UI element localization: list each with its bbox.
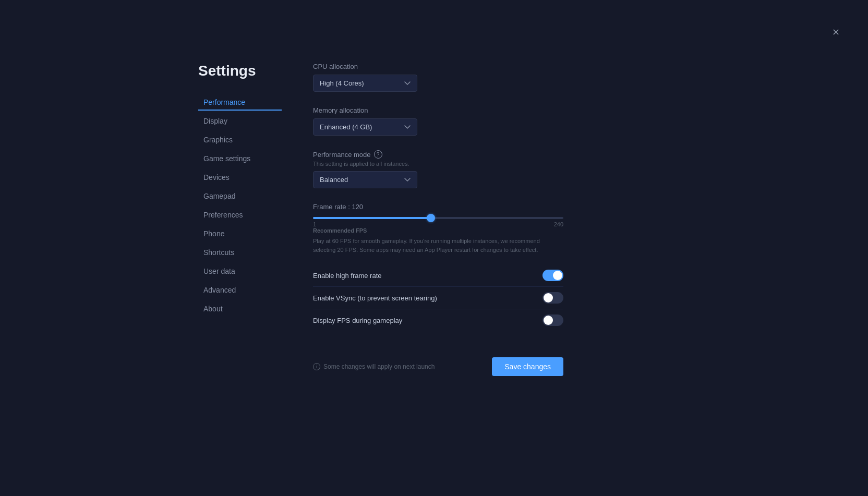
performance-mode-dropdown[interactable]: Power savingBalancedHigh performance — [313, 171, 417, 188]
frame-rate-section: Frame rate : 120 1 240 Recommended FPS P… — [313, 203, 563, 254]
sidebar-item-game-settings[interactable]: Game settings — [198, 150, 282, 167]
performance-mode-label-row: Performance mode ? — [313, 150, 563, 159]
performance-mode-hint: This setting is applied to all instances… — [313, 161, 563, 167]
toggles-container: Enable high frame rateEnable VSync (to p… — [313, 264, 563, 331]
toggle-switch-high-frame-rate[interactable] — [542, 270, 563, 281]
toggle-switch-display-fps[interactable] — [542, 314, 563, 326]
page-title: Settings — [198, 63, 282, 79]
sidebar-item-phone[interactable]: Phone — [198, 225, 282, 242]
toggle-switch-vsync[interactable] — [542, 292, 563, 304]
cpu-allocation-section: CPU allocation Low (1 Core)Medium (2 Cor… — [313, 63, 563, 92]
performance-mode-help-icon[interactable]: ? — [374, 150, 382, 159]
sidebar-item-shortcuts[interactable]: Shortcuts — [198, 244, 282, 261]
toggle-knob-high-frame-rate — [553, 271, 562, 280]
memory-allocation-dropdown[interactable]: Low (1 GB)Medium (2 GB)Enhanced (4 GB)Hi… — [313, 118, 417, 136]
cpu-allocation-label: CPU allocation — [313, 63, 563, 70]
frame-rate-slider-container — [313, 217, 563, 219]
toggle-row-high-frame-rate: Enable high frame rate — [313, 264, 563, 287]
toggle-knob-display-fps — [544, 316, 553, 325]
sidebar: PerformanceDisplayGraphicsGame settingsD… — [198, 94, 282, 317]
sidebar-item-display[interactable]: Display — [198, 113, 282, 129]
recommended-fps-label: Recommended FPS — [313, 227, 563, 234]
info-icon: i — [313, 363, 320, 370]
sidebar-item-graphics[interactable]: Graphics — [198, 131, 282, 148]
toggle-row-display-fps: Display FPS during gameplay — [313, 309, 563, 331]
toggle-label-vsync: Enable VSync (to prevent screen tearing) — [313, 294, 437, 302]
save-changes-button[interactable]: Save changes — [492, 357, 563, 376]
sidebar-item-performance[interactable]: Performance — [198, 94, 282, 111]
toggle-label-display-fps: Display FPS during gameplay — [313, 317, 402, 324]
performance-mode-label-text: Performance mode — [313, 151, 371, 159]
sidebar-item-preferences[interactable]: Preferences — [198, 207, 282, 223]
sidebar-item-gamepad[interactable]: Gamepad — [198, 188, 282, 204]
toggle-label-high-frame-rate: Enable high frame rate — [313, 272, 382, 280]
fps-description: Play at 60 FPS for smooth gameplay. If y… — [313, 237, 563, 254]
footer-note-text: Some changes will apply on next launch — [323, 363, 435, 370]
sidebar-item-user-data[interactable]: User data — [198, 263, 282, 280]
toggle-knob-vsync — [544, 293, 553, 303]
memory-allocation-label: Memory allocation — [313, 106, 563, 114]
performance-mode-section: Performance mode ? This setting is appli… — [313, 150, 563, 188]
sidebar-item-devices[interactable]: Devices — [198, 169, 282, 186]
footer: i Some changes will apply on next launch… — [313, 347, 563, 376]
cpu-allocation-dropdown[interactable]: Low (1 Core)Medium (2 Cores)High (4 Core… — [313, 75, 417, 92]
footer-note: i Some changes will apply on next launch — [313, 363, 435, 370]
frame-rate-label: Frame rate : 120 — [313, 203, 563, 211]
memory-allocation-section: Memory allocation Low (1 GB)Medium (2 GB… — [313, 106, 563, 136]
toggle-row-vsync: Enable VSync (to prevent screen tearing) — [313, 287, 563, 309]
content-panel: CPU allocation Low (1 Core)Medium (2 Cor… — [313, 63, 563, 376]
sidebar-item-advanced[interactable]: Advanced — [198, 282, 282, 298]
close-button[interactable]: ✕ — [829, 26, 842, 39]
sidebar-item-about[interactable]: About — [198, 300, 282, 317]
